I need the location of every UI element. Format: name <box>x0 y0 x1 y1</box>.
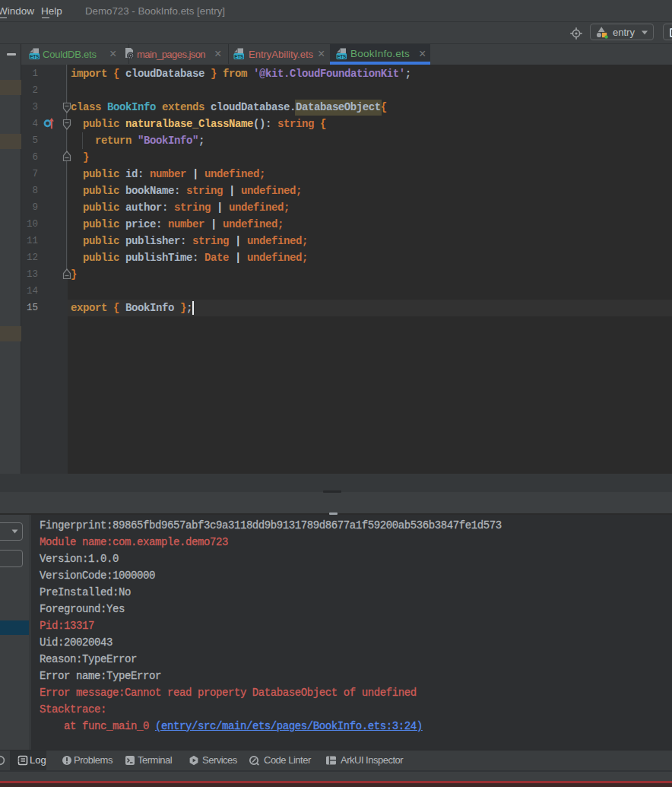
svg-text:ETS: ETS <box>234 54 244 59</box>
svg-text:ETS: ETS <box>337 54 347 59</box>
svg-text:ETS: ETS <box>30 54 40 59</box>
